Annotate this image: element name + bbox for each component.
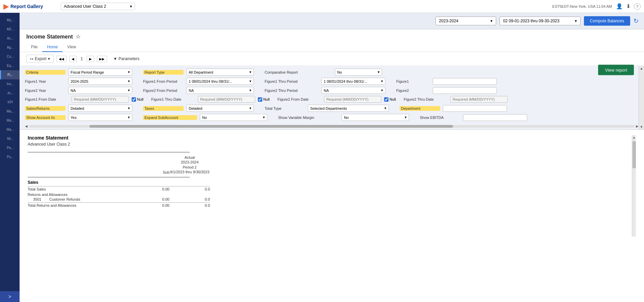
figure1-from-date-input[interactable]: [72, 96, 129, 103]
figure1-thru-date-null-checkbox[interactable]: [258, 97, 262, 102]
total-sales-row: Total Sales 0.00 0.0: [28, 186, 210, 191]
total-type-label: Total Type: [265, 106, 305, 110]
nav-last-button[interactable]: ▶▶: [97, 56, 107, 62]
criteria-dropdown[interactable]: Fiscal Period Range ▾: [68, 69, 132, 76]
sidebar-item-my[interactable]: My...: [0, 16, 20, 25]
sidebar-item-eq[interactable]: Eq...: [0, 61, 20, 70]
download-icon[interactable]: ⬇: [626, 3, 630, 9]
sidebar-item-ar[interactable]: AR...: [0, 25, 20, 34]
sidebar-item-ma1[interactable]: Ma...: [0, 107, 20, 116]
scroll-left-icon[interactable]: ◀: [25, 124, 28, 128]
top-bar-icons: 👤 ⬇ ?: [616, 3, 641, 10]
chevron-down-icon: ▾: [384, 106, 386, 110]
tab-home[interactable]: Home: [42, 43, 62, 52]
sidebar-item-ag[interactable]: Ag...: [0, 43, 20, 52]
chevron-down-icon: ▾: [490, 19, 492, 23]
taxes-dropdown[interactable]: Detailed ▾: [186, 105, 254, 112]
figure2-input[interactable]: NA: [433, 87, 497, 94]
figure1-from-period-dropdown[interactable]: 1 08/01/2024 thru 08/31/... ▾: [186, 78, 254, 85]
report-title-text: Income Statement: [26, 34, 73, 40]
chevron-down-icon: ▾: [249, 106, 251, 110]
comparative-report-dropdown[interactable]: No ▾: [335, 69, 382, 76]
figure1-thru-period-dropdown[interactable]: 1 08/01/2024 thru 08/31/... ▾: [321, 78, 385, 85]
favorite-star-icon[interactable]: ☆: [76, 33, 80, 40]
sidebar-item-pa[interactable]: Pa...: [0, 143, 20, 152]
sidebar-item-co[interactable]: Co...: [0, 52, 20, 61]
figure2-from-period-label: Figure2 From Period: [143, 89, 184, 93]
figure1-label: Figure1: [396, 79, 430, 83]
chevron-down-icon: ▾: [381, 79, 383, 83]
figure2-from-date-input[interactable]: [324, 96, 381, 103]
sidebar-item-jo[interactable]: Jo...: [0, 89, 20, 98]
figure1-input[interactable]: Actual: [433, 78, 497, 85]
figure1-year-dropdown[interactable]: 2024-2025 ▾: [68, 78, 132, 85]
expand-subaccount-dropdown[interactable]: No ▾: [200, 114, 267, 121]
scroll-up-icon[interactable]: ▲: [639, 66, 644, 71]
show-account-dropdown[interactable]: Yes ▾: [68, 114, 132, 121]
figure2-thru-period-dropdown[interactable]: NA ▾: [321, 87, 385, 94]
show-ebitda-input[interactable]: No: [463, 114, 527, 121]
figure1-thru-date-null-check[interactable]: Null: [258, 97, 275, 102]
nav-prev-button[interactable]: ◀: [69, 56, 77, 62]
help-icon[interactable]: ?: [634, 3, 641, 10]
refresh-button[interactable]: ↻: [634, 17, 639, 25]
figure2-from-date-null-check[interactable]: Null: [384, 97, 401, 102]
show-ebitda-label: Show EBITDA: [420, 116, 460, 120]
class-dropdown[interactable]: Advanced User Class 2 ▾: [61, 3, 135, 10]
department-input[interactable]: All: [443, 105, 507, 112]
report-scroll-up-icon[interactable]: ▲: [632, 135, 636, 140]
period-dropdown[interactable]: 02 09-01-2023 thru 09-30-2023 ▾: [500, 17, 581, 25]
view-report-button[interactable]: View report: [598, 65, 634, 75]
user-icon[interactable]: 👤: [616, 3, 623, 9]
scroll-down-icon[interactable]: ▼: [639, 124, 644, 129]
main-area: 2023-2024 ▾ 02 09-01-2023 thru 09-30-202…: [20, 13, 644, 302]
tab-file[interactable]: File: [26, 43, 42, 52]
compute-balances-button[interactable]: Compute Balances: [584, 16, 630, 26]
parameters-button[interactable]: ▼ Parameters: [110, 55, 143, 62]
sidebar-item-ma2[interactable]: Ma...: [0, 116, 20, 125]
app-logo: ▶ Report Gallery: [3, 2, 57, 10]
figure2-from-date-null-checkbox[interactable]: [384, 97, 388, 102]
total-returns-row: Total Returns and Allowances 0.00 0.0: [28, 202, 210, 207]
report-type-dropdown[interactable]: All Department ▾: [186, 69, 254, 76]
chevron-down-icon: ▾: [575, 19, 577, 23]
status-text: EST5EDT-New York, USA 11:04 AM: [552, 4, 612, 8]
top-bar-right: EST5EDT-New York, USA 11:04 AM 👤 ⬇ ?: [552, 3, 641, 10]
chevron-down-icon: ▾: [128, 70, 130, 74]
report-type-label: Report Type: [143, 70, 184, 75]
sidebar-item-mi[interactable]: Mi...: [0, 134, 20, 143]
figure2-thru-date-input[interactable]: [450, 96, 508, 103]
sidebar-item-inv[interactable]: Inv...: [0, 79, 20, 89]
scroll-right-icon[interactable]: ▶: [636, 124, 639, 128]
app-name-label: Report Gallery: [10, 4, 43, 9]
sidebar-item-kpi[interactable]: KPI: [0, 98, 20, 107]
h-scroll-thumb[interactable]: [89, 125, 453, 128]
sidebar-item-ma3[interactable]: Ma...: [0, 125, 20, 134]
show-variable-margin-dropdown[interactable]: No ▾: [342, 114, 409, 121]
nav-first-button[interactable]: ◀◀: [56, 56, 66, 62]
figure2-thru-period-label: Figure2 Thru Period: [265, 89, 319, 93]
sidebar-item-ac[interactable]: Ac...: [0, 34, 20, 43]
top-bar: ▶ Report Gallery Advanced User Class 2 ▾…: [0, 0, 644, 13]
fiscal-year-dropdown[interactable]: 2023-2024 ▾: [435, 17, 496, 25]
export-button[interactable]: ↦ Export ▾: [26, 55, 54, 63]
chevron-down-icon: ▾: [249, 79, 251, 83]
criteria-label: Criteria: [25, 70, 65, 75]
sales-section-title: Sales: [28, 180, 284, 185]
figure1-thru-date-input[interactable]: [198, 96, 255, 103]
tab-view[interactable]: View: [62, 43, 81, 52]
actual-col-header: Actual 2023-2024 Period 2 9/1/2023 thru …: [169, 155, 210, 174]
figure2-from-period-dropdown[interactable]: NA ▾: [186, 87, 254, 94]
figure1-from-date-null-checkbox[interactable]: [132, 97, 136, 102]
sales-returns-dropdown[interactable]: Detailed ▾: [68, 105, 132, 112]
sidebar-toggle[interactable]: >: [0, 291, 20, 302]
report-scroll-thumb[interactable]: [633, 141, 636, 168]
taxes-label: Taxes: [143, 106, 184, 111]
sidebar-item-fi[interactable]: Fi...: [0, 70, 20, 79]
figure2-year-dropdown[interactable]: NA ▾: [68, 87, 132, 94]
total-type-dropdown[interactable]: Selected Departments ▾: [308, 105, 389, 112]
figure1-year-label: Figure1 Year: [25, 79, 65, 83]
figure1-from-date-null-check[interactable]: Null: [132, 97, 149, 102]
nav-next-button[interactable]: ▶: [87, 56, 94, 62]
sidebar-item-pu[interactable]: Pu...: [0, 152, 20, 161]
